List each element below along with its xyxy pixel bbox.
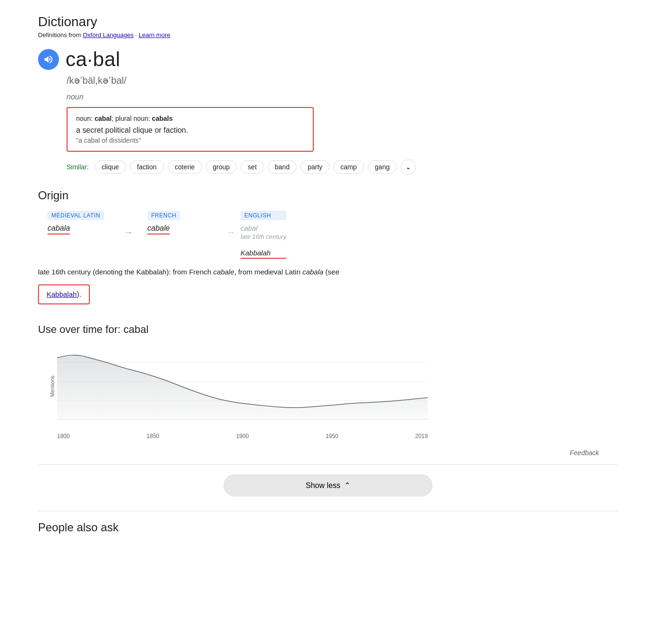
etym-col-english: ENGLISH cabal late 16th century Kabbalah <box>241 211 286 259</box>
chart-label-1900: 1900 <box>236 433 249 439</box>
arrow2: → <box>223 227 239 238</box>
pronunciation: /kəˈbäl,kəˈbal/ <box>67 75 618 86</box>
expand-similar-button[interactable]: ⌄ <box>401 159 416 175</box>
etym-word-cabala: cabala <box>48 224 70 234</box>
lang-badge-french: FRENCH <box>147 211 180 220</box>
similar-chip-coterie[interactable]: coterie <box>168 160 202 174</box>
lang-badge-latin: MEDIEVAL LATIN <box>48 211 104 220</box>
show-less-button[interactable]: Show less ⌃ <box>223 474 433 497</box>
definition-text: a secret political clique or faction. <box>76 126 304 135</box>
word-header: ca·bal <box>38 48 618 71</box>
divider <box>38 464 618 465</box>
similar-chip-clique[interactable]: clique <box>95 160 126 174</box>
learn-more-link[interactable]: Learn more <box>139 31 170 39</box>
word-display: ca·bal <box>66 48 120 71</box>
speaker-icon <box>43 54 54 65</box>
chart-title: Use over time for: cabal <box>38 323 618 336</box>
chart-label-1850: 1850 <box>146 433 159 439</box>
chart-label-1950: 1950 <box>326 433 338 439</box>
kabbalah-link-box: Kabbalah). <box>38 284 90 304</box>
etym-time: late 16th century <box>241 233 286 240</box>
origin-title: Origin <box>38 189 618 202</box>
chart-y-label: Mentions <box>49 376 55 397</box>
etym-row-french: FRENCH cabale → ENGLISH cabal late 16th … <box>138 211 286 259</box>
similar-chip-group[interactable]: group <box>206 160 237 174</box>
etym-col-right: FRENCH cabale → ENGLISH cabal late 16th … <box>138 211 286 259</box>
etym-word-kabbalah: Kabbalah <box>241 249 286 259</box>
similar-label: Similar: <box>67 163 89 171</box>
similar-chip-camp[interactable]: camp <box>333 160 364 174</box>
definition-box: noun: cabal; plural noun: cabals a secre… <box>67 107 314 152</box>
chart-label-2019: 2019 <box>415 433 428 439</box>
similar-chip-faction[interactable]: faction <box>130 160 164 174</box>
etym-col-latin: MEDIEVAL LATIN cabala <box>48 211 124 234</box>
chart-area <box>57 355 428 420</box>
lang-badge-english: ENGLISH <box>241 211 286 220</box>
similar-chip-set[interactable]: set <box>241 160 264 174</box>
etym-word-cabal: cabal <box>241 224 286 232</box>
people-also-title: People also ask <box>38 521 618 534</box>
origin-section: Origin MEDIEVAL LATIN cabala → FRENCH ca… <box>38 189 618 314</box>
noun-forms: noun: cabal; plural noun: cabals <box>76 115 304 122</box>
chart-label-1800: 1800 <box>57 433 70 439</box>
similar-chip-party[interactable]: party <box>300 160 329 174</box>
feedback-label: Feedback <box>570 449 599 457</box>
bottom-divider <box>38 511 618 511</box>
definition-example: "a cabal of dissidents" <box>76 137 304 144</box>
etym-col-french: FRENCH cabale <box>147 211 223 234</box>
arrow1: → <box>124 227 133 238</box>
part-of-speech: noun <box>67 93 618 101</box>
source-attribution: Definitions from Oxford Languages · Lear… <box>38 31 618 39</box>
similar-row: Similar: clique faction coterie group se… <box>67 159 618 175</box>
chart-section: Use over time for: cabal Mentions 180 <box>38 323 618 439</box>
page-title: Dictionary <box>38 14 618 29</box>
chevron-up-icon: ⌃ <box>344 481 350 490</box>
feedback-row: Feedback <box>38 449 618 457</box>
origin-text: late 16th century (denoting the Kabbalah… <box>38 266 466 278</box>
chart-x-labels: 1800 1850 1900 1950 2019 <box>57 433 428 439</box>
audio-button[interactable] <box>38 49 59 70</box>
similar-chip-band[interactable]: band <box>268 160 297 174</box>
etymology-diagram: MEDIEVAL LATIN cabala → FRENCH cabale → <box>48 211 618 259</box>
similar-chip-gang[interactable]: gang <box>368 160 397 174</box>
etym-word-cabale: cabale <box>147 224 170 234</box>
chart-svg <box>57 343 428 429</box>
usage-chart: Mentions <box>57 343 428 429</box>
kabbalah-link[interactable]: Kabbalah <box>47 290 77 298</box>
oxford-languages-link[interactable]: Oxford Languages <box>83 31 134 39</box>
